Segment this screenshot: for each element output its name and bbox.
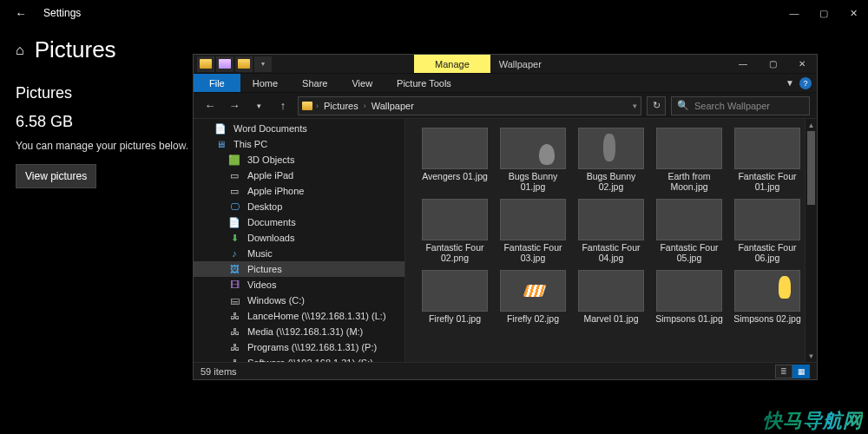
view-details-button[interactable]: ≣ bbox=[775, 365, 792, 378]
vid-icon: 🎞 bbox=[228, 279, 240, 290]
scroll-thumb[interactable] bbox=[807, 131, 815, 205]
thumbnail-image bbox=[656, 128, 722, 169]
nav-recent-dropdown[interactable]: ▾ bbox=[249, 96, 268, 115]
watermark-text: 快马导航网 bbox=[763, 408, 863, 434]
quick-access-icon[interactable] bbox=[197, 56, 214, 72]
tree-item[interactable]: ▭Apple iPhone bbox=[194, 183, 404, 199]
tree-item-label: Downloads bbox=[247, 233, 294, 243]
address-bar[interactable]: › Pictures › Wallpaper ▾ bbox=[298, 96, 641, 115]
file-thumbnail[interactable]: Fantastic Four 03.jpg bbox=[496, 199, 570, 263]
breadcrumb-sep-icon: › bbox=[316, 102, 319, 110]
file-name-label: Firefly 01.jpg bbox=[429, 313, 481, 324]
file-name-label: Simpsons 01.jpg bbox=[655, 313, 723, 324]
thumbnail-image bbox=[656, 199, 722, 240]
tree-item[interactable]: 🎞Videos bbox=[194, 277, 404, 293]
status-item-count: 59 items bbox=[201, 366, 237, 377]
ribbon-tab-home[interactable]: Home bbox=[240, 74, 290, 92]
settings-minimize-button[interactable]: ― bbox=[779, 0, 809, 26]
explorer-close-button[interactable]: ✕ bbox=[787, 55, 817, 73]
file-thumbnail[interactable]: Fantastic Four 02.png bbox=[418, 199, 492, 263]
file-name-label: Fantastic Four 04.jpg bbox=[575, 242, 648, 263]
file-thumbnail[interactable]: Earth from Moon.jpg bbox=[652, 128, 727, 192]
tree-item-label: Desktop bbox=[247, 201, 282, 212]
ribbon-tab-picture-tools[interactable]: Picture Tools bbox=[385, 74, 464, 92]
ribbon-tab-file[interactable]: File bbox=[194, 74, 240, 92]
tree-item[interactable]: 🟩3D Objects bbox=[194, 152, 404, 168]
tree-item[interactable]: 🖧Programs (\\192.168.1.31) (P:) bbox=[194, 339, 404, 355]
file-name-label: Bugs Bunny 02.jpg bbox=[575, 171, 648, 192]
breadcrumb-1[interactable]: Wallpaper bbox=[370, 101, 416, 111]
tree-item[interactable]: ♪Music bbox=[194, 246, 404, 261]
dl-icon: ⬇ bbox=[228, 233, 240, 244]
contextual-tab-manage[interactable]: Manage bbox=[414, 55, 490, 73]
navigation-row: ← → ▾ ↑ › Pictures › Wallpaper ▾ ↻ 🔍 Sea… bbox=[194, 93, 817, 119]
tree-item[interactable]: 🖧Media (\\192.168.1.31) (M:) bbox=[194, 324, 404, 339]
help-icon[interactable]: ? bbox=[799, 77, 812, 89]
thumbnail-image bbox=[578, 128, 644, 169]
tree-item[interactable]: 🖧LanceHome (\\192.168.1.31) (L:) bbox=[194, 308, 404, 324]
file-thumbnail[interactable]: Fantastic Four 06.jpg bbox=[730, 199, 805, 263]
refresh-button[interactable]: ↻ bbox=[647, 96, 666, 115]
nav-forward-button[interactable]: → bbox=[225, 96, 244, 115]
tree-item[interactable]: 📄Documents bbox=[194, 214, 404, 230]
settings-back-button[interactable]: ← bbox=[7, 0, 35, 26]
content-scrollbar[interactable]: ▲ ▼ bbox=[805, 119, 817, 362]
nav-back-button[interactable]: ← bbox=[201, 96, 220, 115]
scroll-up-icon[interactable]: ▲ bbox=[806, 119, 817, 131]
file-name-label: Marvel 01.jpg bbox=[583, 313, 638, 324]
drive-icon: 🖴 bbox=[228, 295, 240, 306]
tree-item-label: Word Documents bbox=[233, 123, 307, 134]
file-thumbnail[interactable]: Firefly 02.jpg bbox=[496, 270, 570, 324]
address-dropdown-icon[interactable]: ▾ bbox=[633, 102, 637, 110]
quick-dropdown-icon[interactable]: ▾ bbox=[254, 56, 272, 72]
file-thumbnail[interactable]: Fantastic Four 05.jpg bbox=[652, 199, 727, 263]
ribbon-tab-share[interactable]: Share bbox=[290, 74, 339, 92]
ribbon-tab-view[interactable]: View bbox=[339, 74, 385, 92]
file-thumbnail[interactable]: Bugs Bunny 01.jpg bbox=[496, 128, 570, 192]
explorer-minimize-button[interactable]: ― bbox=[728, 55, 758, 73]
tree-item[interactable]: 🖴Windows (C:) bbox=[194, 293, 404, 308]
quick-properties-icon[interactable] bbox=[216, 56, 233, 72]
tree-item[interactable]: 📄Word Documents bbox=[194, 121, 404, 136]
file-thumbnail[interactable]: Marvel 01.jpg bbox=[574, 270, 648, 324]
home-icon[interactable]: ⌂ bbox=[16, 43, 24, 58]
tree-item[interactable]: 🖧Software (\\192.168.1.31) (S:) bbox=[194, 355, 404, 362]
thumbnail-image bbox=[500, 199, 566, 240]
breadcrumb-0[interactable]: Pictures bbox=[322, 101, 360, 111]
file-thumbnail[interactable]: Fantastic Four 01.jpg bbox=[730, 128, 805, 192]
file-thumbnail[interactable]: Bugs Bunny 02.jpg bbox=[574, 128, 648, 192]
file-explorer-window: ▾ Manage Wallpaper ― ▢ ✕ File Home Share… bbox=[193, 54, 818, 380]
file-thumbnail[interactable]: Fantastic Four 04.jpg bbox=[574, 199, 648, 263]
tree-item-label: Programs (\\192.168.1.31) (P:) bbox=[247, 342, 377, 352]
doc-icon: 📄 bbox=[228, 217, 240, 228]
settings-close-button[interactable]: ✕ bbox=[838, 0, 868, 26]
file-thumbnail[interactable]: Avengers 01.jpg bbox=[418, 128, 492, 192]
tree-item[interactable]: 🖵Desktop bbox=[194, 199, 404, 214]
thumbnail-image bbox=[656, 270, 722, 312]
navigation-tree[interactable]: 📄Word Documents🖥This PC🟩3D Objects▭Apple… bbox=[194, 119, 405, 362]
file-thumbnail[interactable]: Simpsons 02.jpg bbox=[730, 270, 805, 324]
ribbon-collapse-icon[interactable]: ▼ bbox=[786, 78, 794, 88]
file-thumbnail[interactable]: Simpsons 01.jpg bbox=[652, 270, 727, 324]
scroll-down-icon[interactable]: ▼ bbox=[806, 350, 817, 362]
status-bar: 59 items ≣ ▦ bbox=[194, 362, 817, 379]
obj-icon: 🟩 bbox=[228, 155, 240, 166]
view-thumbnails-button[interactable]: ▦ bbox=[792, 365, 810, 378]
tree-item[interactable]: 🖥This PC bbox=[194, 136, 404, 152]
explorer-window-title: Wallpaper bbox=[490, 55, 542, 73]
nav-up-button[interactable]: ↑ bbox=[273, 96, 293, 115]
file-name-label: Bugs Bunny 01.jpg bbox=[496, 171, 569, 192]
settings-maximize-button[interactable]: ▢ bbox=[809, 0, 838, 26]
tree-item[interactable]: ▭Apple iPad bbox=[194, 168, 404, 183]
search-placeholder: Search Wallpaper bbox=[694, 101, 770, 111]
tree-item[interactable]: 🖼Pictures bbox=[194, 261, 404, 277]
file-thumbnail[interactable]: Firefly 01.jpg bbox=[418, 270, 492, 324]
thumbnail-image bbox=[734, 199, 800, 240]
explorer-maximize-button[interactable]: ▢ bbox=[758, 55, 787, 73]
tree-item[interactable]: ⬇Downloads bbox=[194, 230, 404, 246]
quick-folder-icon[interactable] bbox=[235, 56, 253, 72]
content-pane[interactable]: Avengers 01.jpgBugs Bunny 01.jpgBugs Bun… bbox=[405, 119, 817, 362]
thumbnail-image bbox=[500, 128, 566, 169]
view-pictures-button[interactable]: View pictures bbox=[16, 164, 96, 188]
search-input[interactable]: 🔍 Search Wallpaper bbox=[671, 96, 810, 115]
